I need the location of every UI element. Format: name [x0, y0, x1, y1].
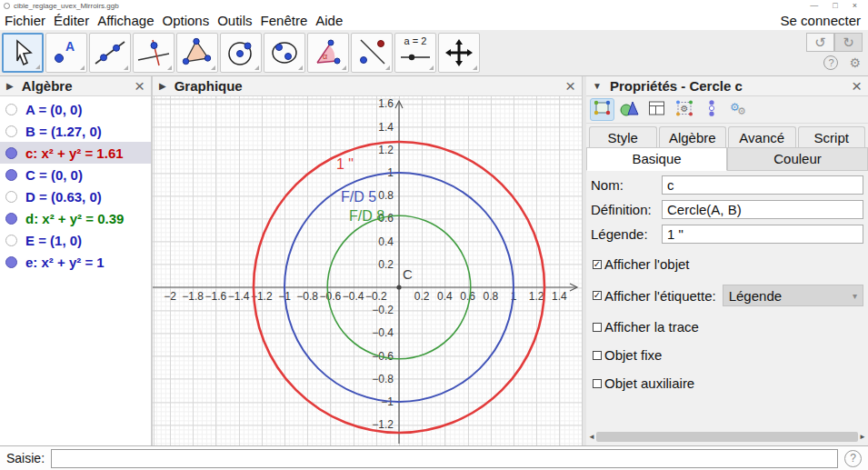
tool-dropdown-arrow-icon[interactable]: [211, 65, 215, 70]
tab-style[interactable]: Style: [589, 126, 657, 147]
panel-expand-arrow-icon[interactable]: ▼: [593, 81, 602, 91]
sign-in-link[interactable]: Se connecter: [781, 13, 868, 28]
tool-move-button[interactable]: [2, 33, 44, 73]
props-layout-tab-icon[interactable]: [644, 98, 669, 121]
auxiliary-object-checkbox[interactable]: [593, 379, 602, 388]
object-visibility-toggle[interactable]: [5, 104, 17, 115]
properties-horizontal-scrollbar[interactable]: ◄ ►: [588, 430, 866, 443]
show-trace-checkbox[interactable]: [593, 323, 602, 332]
tool-line-button[interactable]: [89, 33, 131, 73]
object-visibility-toggle[interactable]: [5, 213, 17, 225]
algebra-item-d[interactable]: d: x² + y² = 0.39: [0, 207, 151, 229]
title-bar: cible_reglage_uvex_Mirroirs.ggb — □ ×: [0, 0, 868, 11]
scroll-left-arrow-icon[interactable]: ◄: [588, 433, 595, 441]
tab-basique[interactable]: Basique: [586, 147, 727, 171]
tab-algebre[interactable]: Algèbre: [659, 126, 727, 147]
tool-slider-button[interactable]: a = 2: [394, 33, 436, 73]
tab-couleur[interactable]: Couleur: [727, 147, 868, 171]
tool-dropdown-arrow-icon[interactable]: [429, 65, 434, 70]
tab-script[interactable]: Script: [798, 126, 866, 147]
close-algebra-panel-button[interactable]: ×: [135, 78, 145, 95]
label-style-dropdown[interactable]: Légende ▾: [723, 285, 863, 306]
tool-dropdown-arrow-icon[interactable]: [298, 65, 303, 70]
close-properties-panel-button[interactable]: ×: [852, 78, 862, 95]
maximize-button[interactable]: □: [833, 1, 837, 10]
props-advanced-tab-icon[interactable]: ⚙⚙: [726, 98, 751, 121]
settings-gear-button[interactable]: ⚙: [849, 55, 861, 70]
object-visibility-toggle[interactable]: [5, 147, 17, 159]
algebra-item-e[interactable]: e: x² + y² = 1: [0, 251, 151, 273]
algebra-item-A[interactable]: A = (0, 0): [0, 98, 151, 120]
show-label-label: Afficher l'étiquette:: [604, 288, 716, 304]
help-button[interactable]: ?: [823, 55, 838, 70]
props-graphics-tab-icon[interactable]: [617, 98, 642, 121]
object-definition-text: D = (0.63, 0): [25, 189, 102, 205]
tool-perpendicular-button[interactable]: [133, 33, 175, 73]
tool-dropdown-arrow-icon[interactable]: [473, 65, 477, 70]
tool-point-button[interactable]: A: [45, 33, 87, 73]
properties-top-tabs: Style Algèbre Avancé Script: [586, 124, 868, 147]
tool-angle-button[interactable]: α: [307, 33, 349, 73]
tool-dropdown-arrow-icon[interactable]: [342, 65, 346, 70]
object-visibility-toggle[interactable]: [5, 191, 17, 203]
close-window-button[interactable]: ×: [853, 1, 857, 10]
tool-polygon-button[interactable]: [176, 33, 218, 73]
menu-item[interactable]: Outils: [217, 13, 252, 28]
close-graphics-panel-button[interactable]: ×: [565, 78, 575, 95]
svg-text:α: α: [323, 52, 327, 61]
name-field[interactable]: [662, 175, 863, 195]
scroll-right-arrow-icon[interactable]: ►: [859, 433, 866, 441]
minimize-button[interactable]: —: [810, 1, 818, 10]
x-tick-label: −1.4: [228, 290, 250, 303]
algebra-panel: ▶ Algèbre × A = (0, 0) B = (1.27, 0): [0, 76, 153, 445]
show-object-checkbox[interactable]: ✓: [593, 260, 602, 269]
caption-field[interactable]: [662, 225, 863, 244]
graphics-view[interactable]: −2−1.8−1.6−1.4−1.2−1−0.8−0.6−0.4−0.20.20…: [153, 96, 582, 445]
tool-reflect-button[interactable]: [351, 33, 393, 73]
tool-move-view-button[interactable]: [438, 33, 480, 73]
algebra-input-field[interactable]: [51, 449, 838, 468]
object-visibility-toggle[interactable]: [5, 235, 17, 246]
fixed-object-checkbox[interactable]: [593, 351, 602, 360]
object-visibility-toggle[interactable]: [5, 125, 17, 137]
input-bar: Saisie: ?: [0, 445, 868, 470]
algebra-panel-header: ▶ Algèbre ×: [0, 76, 151, 96]
panel-collapse-arrow-icon[interactable]: ▶: [159, 81, 166, 91]
tool-dropdown-arrow-icon[interactable]: [35, 65, 40, 69]
point-C: [396, 285, 401, 289]
menu-item[interactable]: Fichier: [5, 13, 45, 28]
object-visibility-toggle[interactable]: [5, 169, 17, 181]
input-help-button[interactable]: ?: [844, 450, 862, 467]
x-tick-label: 1.2: [529, 290, 544, 303]
scrollbar-thumb[interactable]: [596, 432, 858, 442]
properties-basic-tab-content: Nom: Définition: Légende:: [586, 171, 868, 428]
props-objects-tab-icon[interactable]: [590, 98, 614, 121]
menu-item[interactable]: Affichage: [97, 13, 154, 28]
props-list-tab-icon[interactable]: [699, 98, 723, 121]
undo-button[interactable]: ↺: [806, 33, 834, 52]
tool-dropdown-arrow-icon[interactable]: [124, 65, 128, 70]
graph-svg[interactable]: −2−1.8−1.6−1.4−1.2−1−0.8−0.6−0.4−0.20.20…: [153, 96, 582, 445]
definition-field[interactable]: [662, 200, 863, 219]
object-visibility-toggle[interactable]: [5, 256, 17, 268]
tool-conic-button[interactable]: [264, 33, 305, 73]
menu-item[interactable]: Fenêtre: [261, 13, 308, 28]
panel-collapse-arrow-icon[interactable]: ▶: [6, 81, 14, 91]
algebra-item-D[interactable]: D = (0.63, 0): [0, 185, 151, 207]
tool-dropdown-arrow-icon[interactable]: [385, 65, 390, 70]
tool-dropdown-arrow-icon[interactable]: [254, 65, 259, 70]
algebra-item-E[interactable]: E = (1, 0): [0, 229, 151, 251]
show-label-checkbox[interactable]: ✓: [593, 291, 602, 300]
menu-item[interactable]: Éditer: [54, 13, 89, 28]
algebra-item-c[interactable]: c: x² + y² = 1.61: [0, 142, 151, 164]
menu-item[interactable]: Options: [162, 13, 209, 28]
algebra-item-B[interactable]: B = (1.27, 0): [0, 120, 151, 142]
redo-button[interactable]: ↻: [834, 33, 863, 52]
algebra-item-C[interactable]: C = (0, 0): [0, 164, 151, 185]
tool-dropdown-arrow-icon[interactable]: [80, 65, 85, 70]
props-defaults-tab-icon[interactable]: ⚙: [672, 98, 696, 121]
menu-item[interactable]: Aide: [315, 13, 343, 28]
tool-dropdown-arrow-icon[interactable]: [167, 65, 172, 70]
tool-circle-button[interactable]: [220, 33, 262, 73]
tab-avance[interactable]: Avancé: [728, 126, 796, 147]
